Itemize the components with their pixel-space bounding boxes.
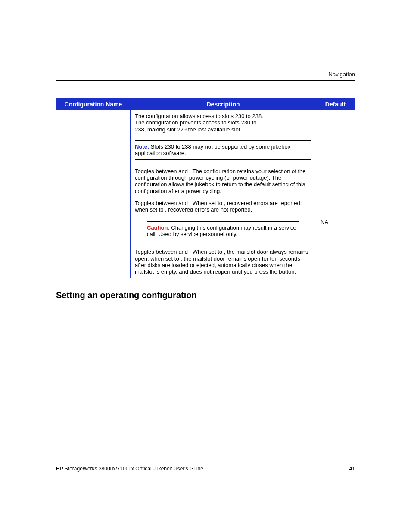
- cell-config-name: [56, 110, 131, 165]
- config-table: Configuration Name Description Default T…: [56, 98, 355, 278]
- note-box: Note: Slots 230 to 238 may not be suppor…: [135, 140, 311, 160]
- cell-default: NA: [316, 216, 355, 246]
- desc-text: The: [135, 113, 146, 119]
- cell-config-name: [56, 165, 131, 197]
- table-row: Toggles between and . The configuration …: [56, 165, 355, 197]
- caution-rule: [147, 240, 299, 240]
- cell-default: [316, 197, 355, 216]
- cell-config-name: [56, 246, 131, 278]
- cell-description: Toggles between and . When set to , the …: [131, 246, 316, 278]
- table-row: Caution: Changing this configuration may…: [56, 216, 355, 246]
- cell-default: [316, 110, 355, 165]
- cell-description: The configuration allows access to slots…: [131, 110, 316, 165]
- cell-default: [316, 165, 355, 197]
- note-label: Note:: [135, 143, 149, 150]
- cell-description: Toggles between and . When set to , reco…: [131, 197, 316, 216]
- footer-doc-title: HP StorageWorks 3800ux/7100ux Optical Ju…: [56, 466, 203, 472]
- caution-text: Changing this configuration may result i…: [147, 224, 296, 237]
- table-row: Toggles between and . When set to , reco…: [56, 197, 355, 216]
- desc-text: The: [135, 119, 146, 126]
- note-rule: [135, 140, 311, 141]
- note-rule: [135, 159, 311, 160]
- cell-description: Toggles between and . The configuration …: [131, 165, 316, 197]
- top-rule: [56, 80, 355, 81]
- cell-config-name: [56, 197, 131, 216]
- th-description: Description: [131, 99, 316, 110]
- table-row: The configuration allows access to slots…: [56, 110, 355, 165]
- cell-config-name: [56, 216, 131, 246]
- running-head: Navigation: [56, 71, 355, 78]
- caution-label: Caution:: [147, 224, 170, 231]
- page-footer: HP StorageWorks 3800ux/7100ux Optical Ju…: [56, 464, 355, 472]
- cell-description: Caution: Changing this configuration may…: [131, 216, 316, 246]
- caution-rule: [147, 221, 299, 222]
- desc-text: configuration allows access to slots 230…: [146, 113, 263, 119]
- section-heading: Setting an operating configuration: [56, 290, 355, 300]
- desc-text: configuration prevents access to slots 2…: [146, 119, 257, 126]
- th-config-name: Configuration Name: [56, 99, 131, 110]
- caution-box: Caution: Changing this configuration may…: [147, 221, 299, 241]
- table-row: Toggles between and . When set to , the …: [56, 246, 355, 278]
- desc-text: 238, making slot 229 the last available …: [135, 126, 242, 133]
- footer-page-number: 41: [349, 466, 355, 472]
- note-text: Slots 230 to 238 may not be supported by…: [135, 143, 290, 156]
- th-default: Default: [316, 99, 355, 110]
- page: Navigation Configuration Name Descriptio…: [0, 0, 411, 532]
- footer-rule: [56, 464, 355, 464]
- cell-default: [316, 246, 355, 278]
